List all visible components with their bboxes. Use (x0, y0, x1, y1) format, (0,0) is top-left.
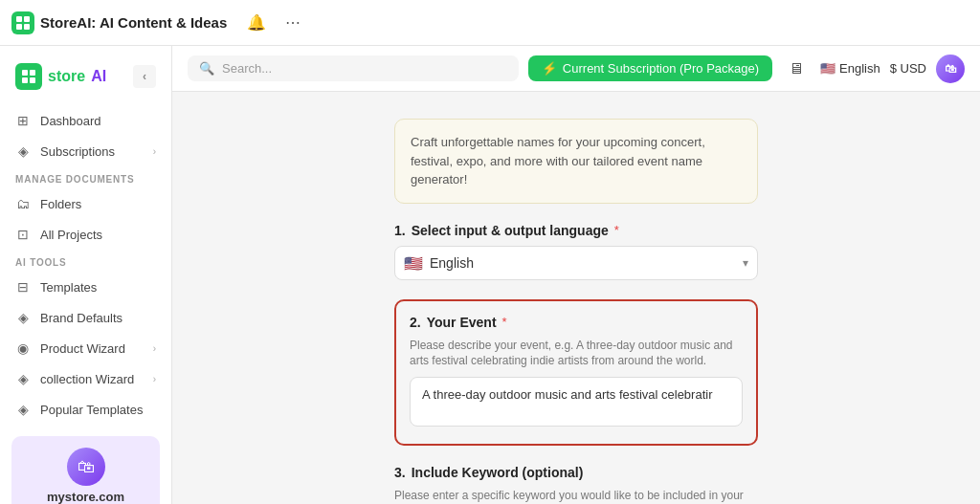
manage-documents-label: MANAGE DOCUMENTS (0, 166, 171, 188)
step2-required-star: * (502, 315, 507, 329)
subscription-button[interactable]: ⚡ Current Subscription (Pro Package) (528, 55, 772, 81)
step3-number: 3. (394, 465, 406, 480)
popular-templates-icon: ◈ (15, 402, 31, 417)
form-wrapper: Craft unforgettable names for your upcom… (394, 119, 758, 485)
sidebar-logo-icon-icon (15, 63, 42, 90)
step1-number: 1. (394, 223, 406, 238)
search-bar[interactable]: 🔍 Search... (188, 55, 519, 81)
step2-header: 2. Your Event * (410, 315, 743, 330)
topbar-title: StoreAI: AI Content & Ideas (40, 14, 227, 31)
step3-header: 3. Include Keyword (optional) (394, 465, 758, 480)
collection-wizard-arrow-icon: › (153, 374, 156, 384)
subscriptions-arrow-icon: › (153, 146, 156, 157)
sidebar-label-subscriptions: Subscriptions (40, 144, 115, 159)
sidebar-label-templates: Templates (40, 280, 97, 295)
banner-text: Craft unforgettable names for your upcom… (411, 135, 705, 186)
sidebar-item-folders[interactable]: 🗂 Folders (0, 188, 171, 219)
logo-ai-text: AI (91, 68, 106, 85)
dashboard-icon: ⊞ (15, 113, 31, 128)
topbar-logo: StoreAI: AI Content & Ideas (11, 11, 227, 34)
step1-title: Select input & output language (412, 223, 609, 238)
svg-rect-7 (30, 77, 35, 83)
event-input[interactable] (410, 377, 743, 427)
svg-rect-0 (16, 16, 22, 22)
sidebar-label-all-projects: All Projects (40, 228, 102, 242)
brand-defaults-icon: ◈ (15, 310, 31, 325)
sidebar-item-popular-templates[interactable]: ◈ Popular Templates (0, 394, 171, 425)
logo-store-text: store (48, 68, 85, 85)
sidebar-item-brand-defaults[interactable]: ◈ Brand Defaults (0, 302, 171, 333)
sidebar-label-folders: Folders (40, 197, 81, 211)
sidebar-label-brand-defaults: Brand Defaults (40, 311, 122, 325)
sidebar-item-collection-wizard[interactable]: ◈ collection Wizard › (0, 363, 171, 394)
step1-required-star: * (614, 223, 619, 237)
store-name: mystore.com (47, 490, 124, 504)
sidebar-item-all-projects[interactable]: ⊡ All Projects (0, 219, 171, 250)
svg-rect-5 (30, 70, 35, 76)
svg-rect-2 (16, 24, 22, 30)
topbar: StoreAI: AI Content & Ideas 🔔 ⋯ (0, 0, 980, 46)
search-icon: 🔍 (199, 61, 214, 76)
sidebar-collapse-button[interactable]: ‹ (133, 65, 156, 88)
sidebar-item-dashboard[interactable]: ⊞ Dashboard (0, 105, 171, 136)
sidebar: storeAI ‹ ⊞ Dashboard ◈ Subscriptions › … (0, 46, 172, 504)
search-placeholder: Search... (222, 61, 272, 76)
store-card: 🛍 mystore.com Pro Package (11, 436, 160, 504)
sidebar-label-dashboard: Dashboard (40, 114, 101, 128)
product-wizard-icon: ◉ (15, 340, 31, 356)
sidebar-label-collection-wizard: collection Wizard (40, 372, 134, 386)
ai-tools-label: AI TOOLS (0, 250, 171, 272)
svg-rect-1 (24, 16, 30, 22)
sidebar-label-product-wizard: Product Wizard (40, 341, 125, 356)
user-avatar[interactable]: 🛍 (936, 55, 965, 83)
notification-icon[interactable]: 🔔 (242, 9, 271, 37)
monitor-icon[interactable]: 🖥 (782, 55, 811, 83)
subscription-icon: ⚡ (542, 61, 557, 76)
sidebar-item-templates[interactable]: ⊟ Templates (0, 272, 171, 302)
sidebar-logo: storeAI ‹ (0, 55, 171, 105)
more-icon[interactable]: ⋯ (278, 9, 307, 37)
folders-icon: 🗂 (15, 196, 31, 211)
product-wizard-arrow-icon: › (153, 343, 156, 354)
content-topbar: 🔍 Search... ⚡ Current Subscription (Pro … (172, 46, 980, 92)
flag-icon: 🇺🇸 (820, 61, 835, 76)
step1-header: 1. Select input & output language * (394, 223, 758, 238)
svg-rect-6 (22, 77, 28, 83)
sidebar-footer: 🛍 mystore.com Pro Package (0, 425, 171, 504)
language-label: English (839, 61, 880, 76)
sidebar-label-popular-templates: Popular Templates (40, 403, 143, 417)
language-select[interactable]: English (394, 246, 758, 280)
svg-rect-3 (24, 24, 30, 30)
sidebar-item-subscriptions[interactable]: ◈ Subscriptions › (0, 136, 171, 166)
step3-title: Include Keyword (optional) (412, 465, 584, 480)
step2-number: 2. (410, 315, 421, 330)
store-avatar: 🛍 (67, 448, 105, 486)
topbar-logo-icon (11, 11, 34, 34)
subscriptions-icon: ◈ (15, 143, 31, 159)
templates-icon: ⊟ (15, 279, 31, 295)
step3-section: 3. Include Keyword (optional) Please ent… (394, 465, 758, 504)
svg-rect-4 (22, 70, 28, 76)
main-layout: storeAI ‹ ⊞ Dashboard ◈ Subscriptions › … (0, 46, 980, 504)
info-banner: Craft unforgettable names for your upcom… (394, 119, 758, 204)
step2-title: Your Event (427, 315, 497, 330)
step2-description: Please describe your event, e.g. A three… (410, 338, 743, 370)
language-button[interactable]: 🇺🇸 English (820, 61, 880, 76)
content-area: 🔍 Search... ⚡ Current Subscription (Pro … (172, 46, 980, 504)
step3-description: Please enter a specific keyword you woul… (394, 488, 758, 504)
sidebar-item-product-wizard[interactable]: ◉ Product Wizard › (0, 333, 171, 363)
all-projects-icon: ⊡ (15, 227, 31, 242)
subscription-label: Current Subscription (Pro Package) (563, 61, 759, 76)
step1-section: 1. Select input & output language * 🇺🇸 E… (394, 223, 758, 280)
currency-button[interactable]: $ USD (890, 61, 926, 76)
language-select-wrapper: 🇺🇸 English ▾ (394, 246, 758, 280)
step2-section: 2. Your Event * Please describe your eve… (394, 299, 758, 447)
collection-wizard-icon: ◈ (15, 371, 31, 386)
